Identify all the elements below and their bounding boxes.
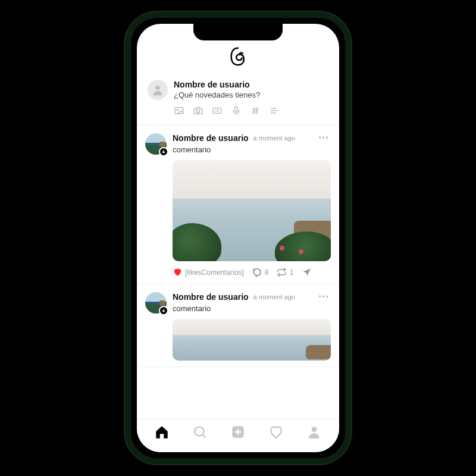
svg-text:GIF: GIF [215, 109, 220, 112]
nav-create[interactable] [230, 424, 246, 442]
post-image[interactable] [173, 160, 331, 261]
home-icon [154, 424, 170, 440]
hashtag-icon[interactable] [250, 105, 261, 116]
share-button[interactable] [302, 267, 312, 277]
more-icon[interactable]: ••• [318, 134, 331, 142]
svg-rect-6 [235, 107, 238, 111]
mic-icon[interactable] [231, 105, 242, 116]
more-icon[interactable]: ••• [318, 293, 331, 301]
app-header [137, 44, 339, 74]
nav-home[interactable] [154, 424, 170, 442]
camera-icon[interactable] [193, 105, 203, 116]
comment-icon [252, 267, 262, 277]
compose-avatar[interactable] [148, 80, 168, 100]
post-image[interactable] [173, 319, 331, 361]
svg-point-0 [155, 86, 159, 90]
post: + Nombre de usuario a moment ago ••• com… [137, 284, 339, 367]
svg-point-2 [177, 109, 178, 110]
heart-icon [173, 267, 183, 277]
post: + Nombre de usuario a moment ago ••• com… [137, 125, 339, 284]
repost-button[interactable]: 1 [277, 267, 293, 277]
reposts-count: 1 [289, 268, 293, 277]
post-username[interactable]: Nombre de usuario [173, 292, 249, 302]
comments-count: 8 [265, 268, 269, 277]
person-icon [306, 424, 322, 440]
post-text: comentario [173, 145, 331, 154]
menu-right-icon[interactable] [269, 105, 280, 116]
plus-square-icon [230, 424, 246, 440]
search-icon [192, 424, 208, 440]
svg-point-7 [254, 269, 261, 275]
post-username[interactable]: Nombre de usuario [173, 133, 249, 143]
post-time: a moment ago [253, 134, 295, 142]
send-icon [302, 267, 312, 277]
bottom-nav [137, 419, 339, 452]
nav-profile[interactable] [306, 424, 322, 442]
compose-area: Nombre de usuario ¿Qué novedades tienes? [137, 74, 339, 125]
repost-icon [277, 267, 287, 277]
comment-button[interactable]: 8 [252, 267, 269, 277]
compose-username: Nombre de usuario [174, 80, 328, 89]
follow-plus-icon[interactable]: + [159, 147, 168, 156]
nav-activity[interactable] [268, 424, 284, 442]
nav-search[interactable] [192, 424, 208, 442]
follow-plus-icon[interactable]: + [159, 306, 168, 315]
threads-logo-icon [228, 46, 248, 69]
person-icon [151, 83, 164, 96]
post-actions: [likesComentarios] 8 1 [173, 267, 331, 277]
svg-point-8 [195, 427, 203, 436]
post-avatar[interactable]: + [145, 292, 167, 314]
gif-icon[interactable]: GIF [212, 105, 223, 116]
post-time: a moment ago [253, 293, 295, 300]
post-text: comentario [173, 304, 331, 313]
svg-point-3 [196, 109, 199, 112]
compose-prompt[interactable]: ¿Qué novedades tienes? [174, 90, 328, 99]
post-avatar[interactable]: + [145, 133, 167, 155]
like-button[interactable]: [likesComentarios] [173, 267, 244, 277]
image-icon[interactable] [174, 105, 184, 116]
svg-point-10 [312, 427, 317, 432]
likes-label: [likesComentarios] [185, 268, 244, 277]
heart-icon [268, 424, 284, 440]
